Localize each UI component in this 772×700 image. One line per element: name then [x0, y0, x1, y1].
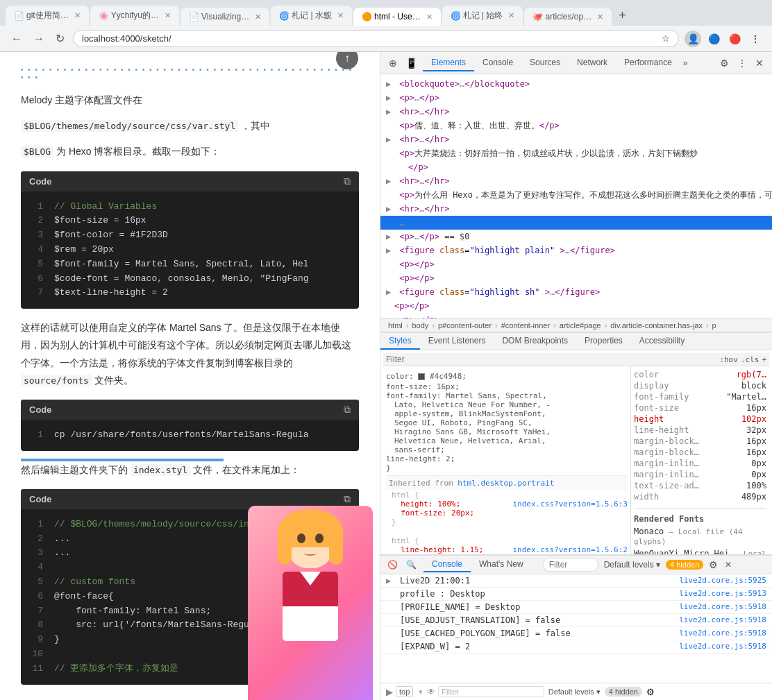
- breadcrumb-p[interactable]: p: [710, 321, 718, 330]
- close-devtools-button[interactable]: ✕: [753, 56, 766, 70]
- breadcrumb-content-inner[interactable]: #content-inner: [499, 321, 552, 330]
- tab-close-4[interactable]: ✕: [337, 11, 344, 20]
- dom-line-hr2[interactable]: ▶ <hr>…</hr>: [380, 133, 772, 146]
- tab-5[interactable]: 🟠 html - Use… ✕: [353, 8, 441, 26]
- tab-accessibility[interactable]: Accessibility: [631, 333, 693, 350]
- console-tab-console[interactable]: Console: [423, 557, 471, 572]
- filter-input[interactable]: [386, 355, 716, 364]
- tab-close-6[interactable]: ✕: [508, 11, 514, 20]
- expand-icon-1[interactable]: ▶: [386, 576, 394, 586]
- star-icon[interactable]: ☆: [662, 33, 670, 44]
- dom-line-p1[interactable]: ▶ <p>…</p>: [380, 91, 772, 105]
- dom-line-figure-sh[interactable]: ▶ <figure class="highlight sh" >…</figur…: [380, 285, 772, 299]
- filter-pseudo[interactable]: :hov: [719, 355, 738, 364]
- console-source-4[interactable]: live2d.core.js:5918: [655, 615, 766, 624]
- undock-button[interactable]: ⋮: [735, 56, 750, 70]
- console-context-selector[interactable]: top: [396, 686, 413, 697]
- dom-line-hr1[interactable]: ▶ <hr>…</hr>: [380, 105, 772, 119]
- console-source-3[interactable]: live2d.core.js:5918: [655, 602, 766, 611]
- code-copy-3[interactable]: ⧉: [344, 493, 351, 505]
- breadcrumb-article-page[interactable]: article#page: [557, 321, 603, 330]
- dom-line-p-confucius[interactable]: <p>儒、道、释：入世、出世、弃世。</p>: [380, 119, 772, 133]
- dom-line-hr4[interactable]: ▶ <hr>…</hr>: [380, 202, 772, 216]
- back-button[interactable]: ←: [8, 31, 25, 46]
- dom-line-blockquote[interactable]: ▶ <blockquote>…</blockquote>: [380, 77, 772, 91]
- console-source-5[interactable]: live2d.core.js:5918: [655, 629, 766, 638]
- profile-icon[interactable]: 👤: [685, 31, 701, 47]
- tab-performance[interactable]: Performance: [616, 55, 680, 71]
- console-tab-whats-new[interactable]: What's New: [471, 557, 532, 572]
- console-source-2[interactable]: live2d.core.js:5913: [655, 589, 766, 598]
- breadcrumb-html[interactable]: html: [386, 321, 405, 330]
- tab-elements[interactable]: Elements: [423, 55, 474, 71]
- tab-close-1[interactable]: ✕: [74, 11, 81, 20]
- tab-1[interactable]: 📄 git使用简… ✕: [6, 6, 89, 26]
- url-bar[interactable]: localhost:4000/sketch/ ☆: [73, 30, 679, 47]
- tab-close-2[interactable]: ✕: [165, 11, 171, 20]
- tab-2[interactable]: 🌸 Yychifyu的… ✕: [90, 6, 179, 26]
- console-filter-bar[interactable]: Filter: [438, 686, 544, 697]
- dom-line-hr3[interactable]: ▶ <hr>…</hr>: [380, 174, 772, 188]
- forward-button[interactable]: →: [31, 31, 47, 46]
- dom-line-ellipsis-selected[interactable]: …: [380, 216, 772, 230]
- dom-line-p-dollar[interactable]: ▶ <p>…</p> == $0: [380, 230, 772, 244]
- settings-button[interactable]: ⚙: [717, 56, 732, 70]
- tab-4[interactable]: 🌀 札记 | 水黢 ✕: [271, 6, 352, 26]
- tab-styles[interactable]: Styles: [380, 333, 420, 350]
- console-levels-dropdown[interactable]: Default levels ▾: [604, 560, 660, 570]
- menu-icon[interactable]: ⋮: [747, 31, 764, 47]
- filter-add[interactable]: +: [762, 355, 766, 364]
- dom-line-figure-plain-1[interactable]: ▶ <figure class="highlight plain" >…</fi…: [380, 244, 772, 257]
- console-clear-button[interactable]: 🚫: [386, 558, 399, 571]
- breadcrumb-content-outer[interactable]: p#content-outer: [436, 321, 494, 330]
- dom-line-p-close[interactable]: </p>: [380, 160, 772, 174]
- console-row-4[interactable]: [USE_ADJUST_TRANSLATION] = false live2d.…: [380, 614, 772, 627]
- console-eye-icon[interactable]: 👁: [427, 687, 435, 697]
- tab-properties[interactable]: Properties: [576, 333, 631, 350]
- dom-line-p-hexo[interactable]: <p>为什么用 Hexo，本意是为了更好地专注写作。不成想花这么多时间折腾主题美…: [380, 188, 772, 202]
- console-row-3[interactable]: [PROFILE_NAME] = Desktop live2d.core.js:…: [380, 601, 772, 614]
- tab-dom-breakpoints[interactable]: DOM Breakpoints: [494, 333, 576, 350]
- console-input[interactable]: [660, 687, 766, 697]
- dom-line-p-empty-3[interactable]: <p></p>: [380, 299, 772, 313]
- extension-icon-1[interactable]: 🔵: [705, 31, 722, 47]
- tab-event-listeners[interactable]: Event Listeners: [420, 333, 494, 350]
- breadcrumb-body[interactable]: body: [410, 321, 430, 330]
- tab-sources[interactable]: Sources: [521, 55, 569, 71]
- tab-console[interactable]: Console: [474, 55, 521, 71]
- tab-7[interactable]: 🐙 articles/op… ✕: [524, 8, 612, 26]
- console-row-5[interactable]: [USE_CACHED_POLYGON_IMAGE] = false live2…: [380, 627, 772, 640]
- console-row-1[interactable]: ▶ Live2D 21:00:1 live2d.core.js:5925: [380, 574, 772, 588]
- console-settings-icon[interactable]: ⚙: [709, 559, 718, 570]
- code-copy-1[interactable]: ⧉: [344, 176, 351, 187]
- dom-line-p-cooking[interactable]: <p>大芹菜烧法：切好后拍一拍，切成丝或片状，少以盐渍，沥水，片刻下锅翻炒: [380, 146, 772, 160]
- dom-line-p-2[interactable]: ▶ <p>…</p>: [380, 313, 772, 318]
- console-source-1[interactable]: live2d.core.js:5925: [655, 576, 766, 585]
- console-row-2[interactable]: profile : Desktop live2d.core.js:5913: [380, 588, 772, 601]
- code-copy-2[interactable]: ⧉: [344, 404, 351, 416]
- inspect-button[interactable]: ⊕: [386, 56, 400, 70]
- extension-icon-2[interactable]: 🔴: [726, 31, 743, 47]
- console-settings-gear[interactable]: ⚙: [646, 687, 655, 697]
- new-tab-button[interactable]: +: [613, 6, 632, 26]
- dom-tree[interactable]: ▶ <blockquote>…</blockquote> ▶ <p>…</p> …: [380, 74, 772, 318]
- tab-3[interactable]: 📄 Visualizing… ✕: [181, 8, 269, 26]
- console-context-dropdown[interactable]: ▾: [419, 688, 423, 697]
- dom-line-p-empty-2[interactable]: <p></p>: [380, 271, 772, 285]
- console-filter-toggle[interactable]: 🔍: [405, 558, 418, 571]
- console-source-6[interactable]: live2d.core.js:5918: [655, 642, 766, 651]
- device-toggle-button[interactable]: 📱: [403, 56, 420, 70]
- console-close-button[interactable]: ✕: [723, 558, 733, 571]
- breadcrumb-article-container[interactable]: div.article-container.has-jax: [608, 321, 704, 330]
- dom-line-p-empty-1[interactable]: <p></p>: [380, 257, 772, 271]
- filter-cls[interactable]: .cls: [741, 355, 760, 364]
- console-default-levels[interactable]: Default levels ▾: [548, 688, 601, 697]
- tab-6[interactable]: 🌀 札记 | 始终 ✕: [442, 6, 523, 26]
- tab-close-5[interactable]: ✕: [426, 12, 433, 22]
- reload-button[interactable]: ↻: [53, 31, 67, 46]
- tab-close-3[interactable]: ✕: [255, 12, 261, 22]
- console-row-6[interactable]: [EXPAND_W] = 2 live2d.core.js:5918: [380, 640, 772, 654]
- console-filter-input[interactable]: [543, 558, 598, 572]
- devtools-more-tabs[interactable]: »: [680, 57, 691, 69]
- tab-network[interactable]: Network: [569, 55, 616, 71]
